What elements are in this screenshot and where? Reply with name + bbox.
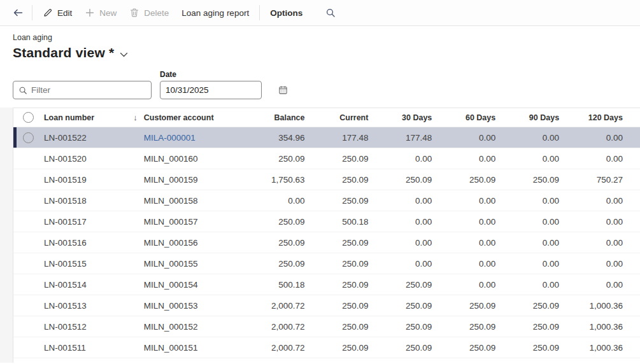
90-days-cell: 0.00 (495, 238, 559, 248)
customer-account-cell: MILN_000159 (144, 175, 241, 185)
grid-header-row: Loan number ↓ Customer account Balance C… (13, 108, 640, 127)
column-header-30-days[interactable]: 30 Days (368, 113, 432, 122)
current-cell: 250.09 (305, 280, 369, 290)
view-selector[interactable]: Standard view * (13, 45, 640, 60)
select-all-radio[interactable] (23, 112, 34, 123)
table-row[interactable]: LN-001519MILN_0001591,750.63250.09250.09… (13, 169, 640, 190)
view-title: Standard view * (13, 45, 114, 60)
toolbar-divider (259, 5, 260, 20)
column-header-current[interactable]: Current (305, 113, 369, 122)
current-cell: 250.09 (305, 154, 369, 164)
date-field-group: Date (160, 70, 262, 99)
column-header-loan-number[interactable]: Loan number ↓ (44, 113, 144, 122)
customer-account-cell: MILN_000155 (144, 259, 241, 269)
table-row[interactable]: LN-001518MILN_0001580.00250.090.000.000.… (13, 190, 640, 211)
loan-number-cell: LN-001511 (44, 343, 144, 353)
filter-field[interactable] (13, 81, 152, 99)
60-days-cell: 0.00 (432, 238, 495, 248)
30-days-cell: 0.00 (368, 154, 432, 164)
new-button[interactable]: New (78, 4, 123, 22)
30-days-cell: 250.09 (368, 175, 432, 185)
table-row[interactable]: LN-001511MILN_0001512,000.72250.09250.09… (13, 337, 640, 358)
30-days-cell: 0.00 (368, 196, 432, 206)
120-days-cell: 1,000.36 (559, 343, 640, 353)
current-cell: 250.09 (305, 301, 369, 311)
date-label: Date (160, 70, 262, 79)
chevron-down-icon (120, 52, 128, 57)
table-row[interactable]: LN-001514MILN_000154500.18250.09250.090.… (13, 274, 640, 295)
30-days-cell: 250.09 (368, 343, 432, 353)
customer-account-cell: MILN_000157 (144, 217, 241, 227)
row-select-radio[interactable] (23, 132, 34, 143)
customer-account-cell: MILN_000152 (144, 322, 241, 332)
loan-number-cell: LN-001512 (44, 322, 144, 332)
column-header-customer-account[interactable]: Customer account (144, 113, 241, 122)
table-row[interactable]: LN-001517MILN_000157250.09500.180.000.00… (13, 211, 640, 232)
loan-number-cell: LN-001522 (44, 133, 144, 143)
column-header-balance[interactable]: Balance (241, 113, 305, 122)
60-days-cell: 0.00 (432, 217, 495, 227)
table-row[interactable]: LN-001520MILN_000160250.09250.090.000.00… (13, 148, 640, 169)
loan-number-cell: LN-001516 (44, 238, 144, 248)
balance-cell: 250.09 (241, 154, 305, 164)
plus-icon (85, 8, 95, 18)
column-header-90-days[interactable]: 90 Days (495, 113, 559, 122)
toolbar-search-button[interactable] (325, 8, 336, 18)
row-select-cell[interactable] (13, 132, 44, 143)
60-days-cell: 0.00 (432, 196, 495, 206)
current-cell: 250.09 (305, 196, 369, 206)
table-row[interactable]: LN-001522MILA-000001354.96177.48177.480.… (13, 127, 640, 148)
sort-descending-icon: ↓ (133, 113, 138, 122)
120-days-cell: 1,000.36 (559, 322, 640, 332)
120-days-cell: 0.00 (559, 154, 640, 164)
grid-wrapper: Loan number ↓ Customer account Balance C… (0, 108, 640, 363)
60-days-cell: 0.00 (432, 154, 495, 164)
options-tab[interactable]: Options (264, 4, 309, 22)
table-row[interactable]: LN-001516MILN_000156250.09250.090.000.00… (13, 232, 640, 253)
pencil-icon (43, 8, 53, 18)
90-days-cell: 250.09 (495, 343, 559, 353)
loan-aging-report-label: Loan aging report (181, 8, 249, 18)
customer-account-link[interactable]: MILA-000001 (144, 133, 196, 143)
trash-icon (129, 8, 139, 18)
loan-number-cell: LN-001518 (44, 196, 144, 206)
balance-cell: 1,750.63 (241, 175, 305, 185)
loan-aging-report-tab[interactable]: Loan aging report (175, 4, 255, 22)
60-days-cell: 0.00 (432, 280, 495, 290)
calendar-icon[interactable] (278, 85, 288, 95)
current-cell: 250.09 (305, 259, 369, 269)
delete-button[interactable]: Delete (123, 4, 175, 22)
30-days-cell: 0.00 (368, 238, 432, 248)
date-field[interactable] (160, 81, 262, 99)
customer-account-cell: MILN_000156 (144, 238, 241, 248)
edit-button[interactable]: Edit (36, 4, 78, 22)
loan-aging-grid: Loan number ↓ Customer account Balance C… (13, 108, 640, 363)
60-days-cell: 0.00 (432, 133, 495, 143)
90-days-cell: 250.09 (495, 322, 559, 332)
30-days-cell: 177.48 (368, 133, 432, 143)
grid-body: LN-001522MILA-000001354.96177.48177.480.… (13, 127, 640, 358)
30-days-cell: 0.00 (368, 259, 432, 269)
120-days-cell: 0.00 (559, 217, 640, 227)
90-days-cell: 0.00 (495, 280, 559, 290)
filter-input[interactable] (31, 85, 146, 95)
table-row[interactable]: LN-001512MILN_0001522,000.72250.09250.09… (13, 316, 640, 337)
back-button[interactable] (8, 4, 28, 22)
options-label: Options (270, 8, 302, 18)
column-header-60-days[interactable]: 60 Days (432, 113, 495, 122)
filter-row: Date (13, 70, 640, 99)
column-header-120-days[interactable]: 120 Days (559, 113, 640, 122)
30-days-cell: 250.09 (368, 322, 432, 332)
select-all-cell[interactable] (13, 112, 44, 123)
90-days-cell: 0.00 (495, 154, 559, 164)
customer-account-cell: MILN_000160 (144, 154, 241, 164)
current-cell: 250.09 (305, 322, 369, 332)
30-days-cell: 0.00 (368, 217, 432, 227)
loan-number-cell: LN-001515 (44, 259, 144, 269)
date-input[interactable] (166, 85, 278, 95)
120-days-cell: 0.00 (559, 238, 640, 248)
table-row[interactable]: LN-001515MILN_000155250.09250.090.000.00… (13, 253, 640, 274)
table-row[interactable]: LN-001513MILN_0001532,000.72250.09250.09… (13, 295, 640, 316)
90-days-cell: 0.00 (495, 133, 559, 143)
90-days-cell: 0.00 (495, 196, 559, 206)
